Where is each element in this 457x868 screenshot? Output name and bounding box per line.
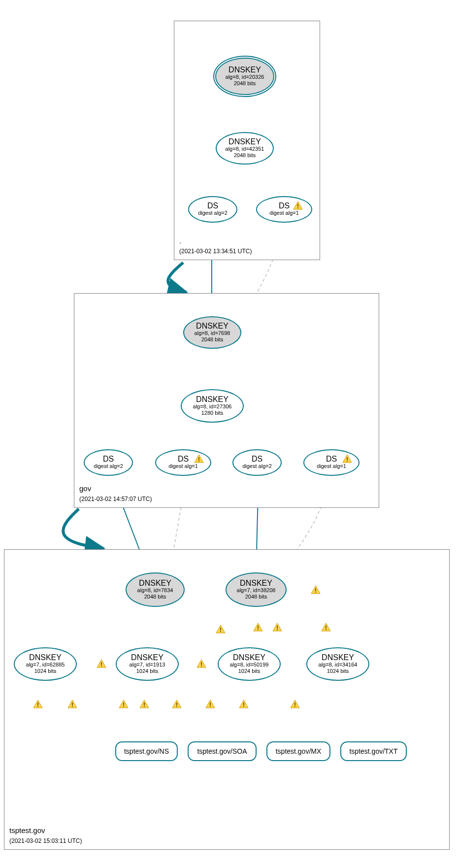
rr-soa: tsptest.gov/SOA — [188, 741, 257, 761]
svg-text:!: ! — [209, 701, 211, 708]
node-sub2: 2048 bits — [184, 336, 240, 343]
zone-root-name: . — [179, 236, 181, 245]
node-sub1: digest alg=1 — [257, 210, 311, 216]
warning-icon: ! — [205, 700, 216, 709]
node-sub1: alg=7, id=1913 — [117, 662, 178, 668]
node-sub1: alg=8, id=42351 — [217, 146, 273, 152]
node-root-ds1: DS digest alg=1 — [256, 196, 312, 223]
node-sub2: 2048 bits — [127, 594, 184, 600]
rr-ns: tsptest.gov/NS — [115, 741, 178, 761]
node-gov-ds2b: DS digest alg=2 — [232, 449, 282, 476]
warning-icon: ! — [215, 625, 226, 634]
warning-icon: ! — [342, 454, 353, 464]
svg-text:!: ! — [37, 701, 39, 708]
node-sub1: alg=8, id=20326 — [216, 74, 273, 80]
rr-mx: tsptest.gov/MX — [266, 741, 330, 761]
node-sub2: 2048 bits — [227, 594, 286, 600]
node-tsp-ksk1: DNSKEY alg=8, id=7834 2048 bits — [126, 572, 185, 607]
rr-label: tsptest.gov/TXT — [349, 747, 397, 755]
node-sub1: alg=8, id=7698 — [184, 330, 240, 336]
node-title: DNSKEY — [307, 654, 368, 662]
node-title: DNSKEY — [227, 579, 286, 587]
svg-text:!: ! — [297, 203, 299, 210]
node-title: DNSKEY — [127, 579, 184, 587]
svg-text:!: ! — [257, 625, 259, 632]
node-tsp-zsk1: DNSKEY alg=7, id=62885 1024 bits — [14, 647, 77, 681]
svg-text:!: ! — [276, 625, 278, 632]
node-sub2: 1024 bits — [117, 668, 178, 674]
warning-icon: ! — [171, 700, 182, 709]
zone-gov-time: (2021-03-02 14:57:07 UTC) — [79, 496, 152, 502]
node-gov-ksk: DNSKEY alg=8, id=7698 2048 bits — [183, 316, 241, 349]
warning-icon: ! — [238, 700, 249, 709]
zone-root-time: (2021-03-02 13:34:51 UTC) — [179, 248, 252, 255]
rr-label: tsptest.gov/SOA — [197, 747, 247, 755]
node-sub1: digest alg=2 — [85, 463, 132, 469]
svg-text:!: ! — [315, 587, 317, 594]
warning-icon: ! — [196, 659, 207, 669]
warning-icon: ! — [293, 201, 303, 211]
warning-icon: ! — [272, 623, 283, 633]
node-gov-zsk: DNSKEY alg=8, id=27306 1280 bits — [181, 389, 244, 423]
svg-text:!: ! — [294, 701, 296, 708]
node-tsp-zsk4: DNSKEY alg=8, id=34164 1024 bits — [306, 647, 369, 681]
svg-text:!: ! — [198, 456, 200, 463]
warning-icon: ! — [139, 700, 150, 709]
svg-text:!: ! — [325, 625, 327, 632]
rr-label: tsptest.gov/MX — [276, 747, 322, 755]
node-sub2: 1024 bits — [219, 668, 280, 674]
node-sub1: digest alg=1 — [304, 463, 359, 469]
node-title: DNSKEY — [217, 138, 273, 146]
warning-icon: ! — [253, 623, 263, 633]
node-root-zsk: DNSKEY alg=8, id=42351 2048 bits — [216, 132, 274, 165]
node-title: DNSKEY — [216, 66, 273, 74]
zone-tsptest-name: tsptest.gov — [9, 826, 45, 835]
warning-icon: ! — [321, 623, 331, 633]
node-title: DNSKEY — [182, 396, 243, 403]
node-sub2: 2048 bits — [216, 80, 273, 87]
node-title: DNSKEY — [219, 654, 280, 662]
warning-icon: ! — [96, 659, 107, 669]
svg-text:!: ! — [200, 661, 202, 668]
warning-icon: ! — [33, 700, 43, 709]
diagram-canvas: . (2021-03-02 13:34:51 UTC) gov (2021-03… — [0, 0, 457, 868]
node-sub1: alg=8, id=7834 — [127, 587, 184, 594]
warning-icon: ! — [310, 585, 321, 595]
rr-txt: tsptest.gov/TXT — [340, 741, 407, 761]
node-sub1: alg=7, id=38208 — [227, 587, 286, 594]
node-tsp-zsk3: DNSKEY alg=8, id=50199 1024 bits — [218, 647, 281, 681]
svg-text:!: ! — [71, 701, 73, 708]
node-sub1: alg=7, id=62885 — [15, 662, 76, 668]
node-title: DS — [233, 455, 281, 463]
svg-text:!: ! — [123, 701, 125, 708]
node-title: DS — [189, 202, 236, 210]
node-tsp-ksk2: DNSKEY alg=7, id=38208 2048 bits — [226, 572, 287, 607]
warning-icon: ! — [194, 454, 204, 464]
rr-label: tsptest.gov/NS — [124, 747, 169, 755]
node-sub1: digest alg=1 — [156, 463, 210, 469]
svg-text:!: ! — [346, 456, 348, 463]
node-sub1: alg=8, id=27306 — [182, 403, 243, 410]
node-title: DS — [85, 455, 132, 463]
node-sub2: 1280 bits — [182, 410, 243, 416]
node-gov-ds2a: DS digest alg=2 — [84, 449, 133, 476]
node-sub1: digest alg=2 — [189, 210, 236, 216]
zone-tsptest-time: (2021-03-02 15:03:11 UTC) — [9, 837, 82, 844]
node-title: DNSKEY — [15, 654, 76, 662]
svg-text:!: ! — [100, 661, 102, 668]
svg-text:!: ! — [176, 701, 178, 708]
svg-text:!: ! — [143, 701, 145, 708]
svg-text:!: ! — [243, 701, 245, 708]
zone-gov-name: gov — [79, 484, 91, 493]
node-sub2: 1024 bits — [15, 668, 76, 674]
warning-icon: ! — [118, 700, 129, 709]
warning-icon: ! — [290, 700, 300, 709]
node-sub1: alg=8, id=50199 — [219, 662, 280, 668]
node-title: DNSKEY — [184, 322, 240, 330]
node-sub1: digest alg=2 — [233, 463, 281, 469]
node-sub2: 1024 bits — [307, 668, 368, 674]
node-sub1: alg=8, id=34164 — [307, 662, 368, 668]
node-sub2: 2048 bits — [217, 152, 273, 159]
node-root-ds2: DS digest alg=2 — [188, 196, 237, 223]
warning-icon: ! — [67, 700, 78, 709]
